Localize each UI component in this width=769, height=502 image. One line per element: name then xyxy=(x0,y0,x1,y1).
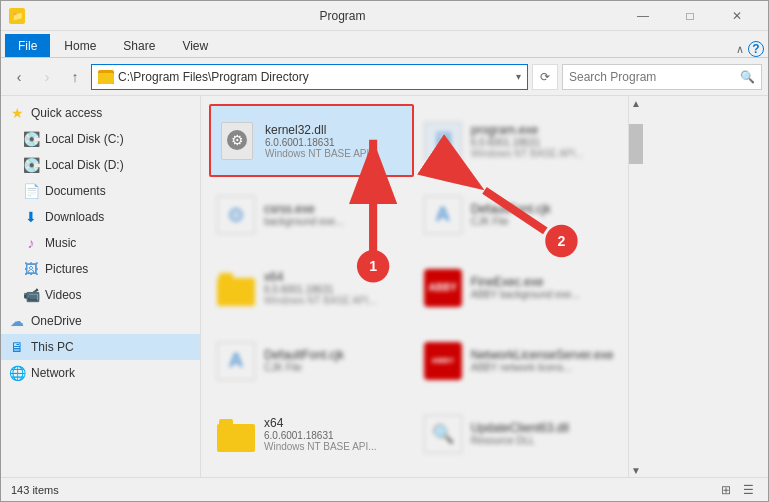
file-info: DefaultFont.cjk CJK File xyxy=(471,202,614,227)
sidebar-item-this-pc[interactable]: 🖥 This PC xyxy=(1,334,200,360)
forward-button[interactable]: › xyxy=(35,65,59,89)
sidebar-item-label: OneDrive xyxy=(31,314,192,328)
file-info: x64 6.0.6001.18631 Windows NT BASE API..… xyxy=(264,416,407,452)
file-thumb-dll: ⚙ xyxy=(217,121,257,161)
file-detail: 6.0.6001.18631 xyxy=(264,284,407,295)
address-bar[interactable]: C:\Program Files\Program Directory ▾ xyxy=(91,64,528,90)
maximize-button[interactable]: □ xyxy=(667,1,713,31)
sidebar-item-local-c[interactable]: 💽 Local Disk (C:) 📌 xyxy=(1,126,200,152)
sidebar-item-downloads[interactable]: ⬇ Downloads 📌 xyxy=(1,204,200,230)
sidebar-item-documents[interactable]: 📄 Documents 📌 xyxy=(1,178,200,204)
help-button[interactable]: ? xyxy=(748,41,764,57)
tab-home[interactable]: Home xyxy=(51,34,109,57)
nav-bar: ‹ › ↑ C:\Program Files\Program Directory… xyxy=(1,58,768,96)
sidebar-item-local-d[interactable]: 💽 Local Disk (D:) 📌 xyxy=(1,152,200,178)
sidebar-item-label: Videos xyxy=(45,288,174,302)
file-thumb-exe: 🖥 xyxy=(423,121,463,161)
file-thumb-font2: A xyxy=(216,341,256,381)
file-thumb-folder xyxy=(216,268,256,308)
file-detail: 6.0.6001.18631 xyxy=(264,430,407,441)
file-desc: Windows NT BASE API... xyxy=(265,148,406,159)
file-name: kernel32.dll xyxy=(265,123,406,137)
minimize-button[interactable]: — xyxy=(620,1,666,31)
file-name: DefaultFont.cjk xyxy=(264,348,407,362)
file-thumb-network: ABBY xyxy=(423,341,463,381)
local-disk-c-icon: 💽 xyxy=(23,131,39,147)
file-name: x64 xyxy=(264,270,407,284)
file-item-csrss[interactable]: ⚙ csrss.exe background exe... xyxy=(209,179,414,250)
file-item-updateclient[interactable]: 🔍 UpdateClient63.dll Resource DLL xyxy=(416,398,621,469)
file-item-program[interactable]: 🖥 program.exe 6.0.6001.18631 Windows NT … xyxy=(416,104,621,177)
sidebar-item-label: Music xyxy=(45,236,174,250)
tab-share[interactable]: Share xyxy=(110,34,168,57)
title-bar: 📁 Program — □ ✕ xyxy=(1,1,768,31)
up-button[interactable]: ↑ xyxy=(63,65,87,89)
file-thumb-folder2 xyxy=(216,414,256,454)
sidebar-item-label: Pictures xyxy=(45,262,174,276)
sidebar-item-label: Network xyxy=(31,366,192,380)
documents-icon: 📄 xyxy=(23,183,39,199)
file-name: UpdateClient63.dll xyxy=(471,421,614,435)
file-item-network-license[interactable]: ABBY NetworkLicenseServer.exe ABBY netwo… xyxy=(416,325,621,396)
search-input[interactable] xyxy=(569,70,736,84)
file-thumb-abby: ABBY xyxy=(423,268,463,308)
address-folder-icon xyxy=(98,70,114,84)
videos-icon: 📹 xyxy=(23,287,39,303)
tab-view[interactable]: View xyxy=(169,34,221,57)
back-icon: ‹ xyxy=(17,69,22,85)
file-item-defaultfont1[interactable]: A DefaultFont.cjk CJK File xyxy=(416,179,621,250)
ribbon-expand[interactable]: ∧ xyxy=(736,43,744,56)
sidebar-item-quick-access[interactable]: ★ Quick access xyxy=(1,100,200,126)
address-dropdown-icon[interactable]: ▾ xyxy=(516,71,521,82)
sidebar-item-videos[interactable]: 📹 Videos 📌 xyxy=(1,282,200,308)
refresh-icon: ⟳ xyxy=(540,70,550,84)
file-info: kernel32.dll 6.0.6001.18631 Windows NT B… xyxy=(265,123,406,159)
sidebar-item-music[interactable]: ♪ Music 📌 xyxy=(1,230,200,256)
sidebar-item-onedrive[interactable]: ☁ OneDrive xyxy=(1,308,200,334)
sidebar-item-network[interactable]: 🌐 Network xyxy=(1,360,200,386)
back-button[interactable]: ‹ xyxy=(7,65,31,89)
search-bar[interactable]: 🔍 xyxy=(562,64,762,90)
pictures-icon: 🖼 xyxy=(23,261,39,277)
file-name: NetworkLicenseServer.exe xyxy=(471,348,614,362)
vertical-scrollbar[interactable]: ▲ ▼ xyxy=(628,96,642,477)
scroll-thumb[interactable] xyxy=(629,124,643,164)
onedrive-icon: ☁ xyxy=(9,313,25,329)
forward-icon: › xyxy=(45,69,50,85)
file-info: UpdateClient63.dll Resource DLL xyxy=(471,421,614,446)
file-info: x64 6.0.6001.18631 Windows NT BASE API..… xyxy=(264,270,407,306)
file-thumb-dll2: 🔍 xyxy=(423,414,463,454)
file-item-defaultfont2[interactable]: A DefaultFont.cjk CJK File xyxy=(209,325,414,396)
tab-file[interactable]: File xyxy=(5,34,50,57)
address-text: C:\Program Files\Program Directory xyxy=(118,70,512,84)
file-desc: Windows NT BASE API... xyxy=(471,148,614,159)
file-name: FineExec.exe xyxy=(471,275,614,289)
quick-access-icon: ★ xyxy=(9,105,25,121)
file-item-x64-2[interactable]: x64 6.0.6001.18631 Windows NT BASE API..… xyxy=(209,398,414,469)
file-item-x64-1[interactable]: x64 6.0.6001.18631 Windows NT BASE API..… xyxy=(209,252,414,323)
close-button[interactable]: ✕ xyxy=(714,1,760,31)
file-content-grid: ⚙ kernel32.dll 6.0.6001.18631 Windows NT… xyxy=(201,96,628,477)
music-icon: ♪ xyxy=(23,235,39,251)
ribbon-tabs: File Home Share View ∧ ? xyxy=(1,31,768,57)
view-controls: ⊞ ☰ xyxy=(716,480,758,500)
file-detail: 6.0.6001.18631 xyxy=(265,137,406,148)
sidebar-item-pictures[interactable]: 🖼 Pictures 📌 xyxy=(1,256,200,282)
this-pc-icon: 🖥 xyxy=(9,339,25,355)
file-detail: ABBY network licens... xyxy=(471,362,614,373)
file-name: x64 xyxy=(264,416,407,430)
title-bar-icons: 📁 xyxy=(9,8,25,24)
file-info: DefaultFont.cjk CJK File xyxy=(264,348,407,373)
list-view-button[interactable]: ☰ xyxy=(738,480,758,500)
tiles-view-button[interactable]: ⊞ xyxy=(716,480,736,500)
local-disk-d-icon: 💽 xyxy=(23,157,39,173)
file-thumb-font: A xyxy=(423,195,463,235)
window-controls: — □ ✕ xyxy=(620,1,760,31)
file-desc: Windows NT BASE API... xyxy=(264,295,407,306)
file-name: csrss.exe xyxy=(264,202,407,216)
refresh-button[interactable]: ⟳ xyxy=(532,64,558,90)
file-item-fineexec[interactable]: ABBY FineExec.exe ABBY background exe... xyxy=(416,252,621,323)
file-item-kernel32[interactable]: ⚙ kernel32.dll 6.0.6001.18631 Windows NT… xyxy=(209,104,414,177)
window: 📁 Program — □ ✕ File Home Share View ∧ ?… xyxy=(0,0,769,502)
sidebar-item-label: This PC xyxy=(31,340,192,354)
